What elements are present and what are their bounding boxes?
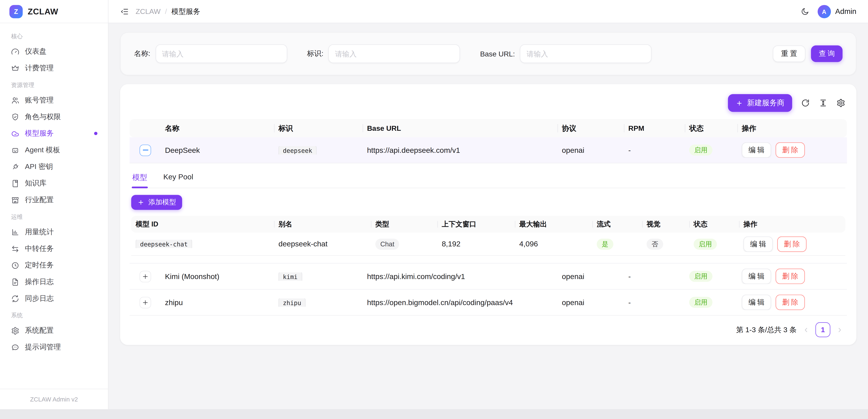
row-density-button[interactable]: [819, 99, 828, 108]
sidebar-item-prompt-management[interactable]: 提示词管理: [5, 339, 102, 356]
sidebar-item-relay-tasks[interactable]: 中转任务: [5, 240, 102, 257]
sidebar-item-usage-stats[interactable]: 用量统计: [5, 223, 102, 240]
delete-button[interactable]: 删除: [775, 295, 805, 310]
refresh-button[interactable]: [801, 99, 810, 108]
transfer-icon: [11, 244, 20, 253]
edit-button[interactable]: 编辑: [742, 269, 771, 284]
app-root: Z ZCLAW 核心 仪表盘 计费管理 资源管理 账号管理 角色与权限: [0, 0, 868, 409]
provider-slug-tag: zhipu: [278, 298, 306, 306]
filter-group-slug: 标识:: [307, 44, 460, 63]
sidebar-item-scheduled-tasks[interactable]: 定时任务: [5, 257, 102, 274]
sidebar-item-label: 系统配置: [25, 326, 54, 335]
stream-badge: 是: [597, 238, 614, 249]
search-button[interactable]: 查询: [811, 45, 843, 62]
breadcrumb-separator: /: [165, 7, 167, 16]
edit-button[interactable]: 编辑: [742, 142, 771, 158]
sidebar-item-system-config[interactable]: 系统配置: [5, 322, 102, 339]
clock-icon: [11, 261, 20, 269]
cell-rpm: -: [624, 272, 685, 280]
pagination: 第 1-3 条/总共 3 条 1: [129, 316, 847, 339]
name-filter-input[interactable]: [155, 44, 287, 63]
sidebar-item-label: API 密钥: [25, 162, 53, 172]
table-toolbar: 新建服务商: [129, 91, 847, 112]
cell-provider-name: Kimi (Moonshot): [161, 272, 274, 280]
theme-toggle-button[interactable]: [800, 7, 809, 16]
add-model-label: 添加模型: [148, 198, 176, 207]
sidebar-item-label: 中转任务: [25, 244, 54, 253]
plus-icon: [142, 273, 148, 279]
breadcrumb: ZCLAW / 模型服务: [135, 6, 200, 16]
sidebar-item-api-keys[interactable]: API 密钥: [5, 158, 102, 175]
base-url-filter-input[interactable]: [520, 44, 652, 63]
delete-button[interactable]: 删除: [775, 142, 805, 158]
table-row-deepseek: DeepSeek deepseek https://api.deepseek.c…: [129, 137, 847, 163]
prev-page-button[interactable]: [802, 326, 810, 334]
table-settings-button[interactable]: [836, 99, 845, 108]
sidebar-item-dashboard[interactable]: 仪表盘: [5, 43, 102, 60]
chevron-left-icon: [802, 326, 810, 334]
sidebar-item-billing[interactable]: 计费管理: [5, 60, 102, 77]
header-cell-status: 状态: [685, 119, 738, 137]
header-cell-alias: 别名: [274, 216, 371, 233]
create-provider-button[interactable]: 新建服务商: [728, 94, 792, 112]
edit-button[interactable]: 编辑: [744, 236, 773, 251]
topbar: ZCLAW / 模型服务 A Admin: [108, 0, 868, 23]
provider-detail-panel: 模型 Key Pool 添加模型 模型 ID 别名 类型: [129, 163, 847, 264]
crown-icon: [11, 64, 20, 72]
tab-models[interactable]: 模型: [132, 170, 148, 188]
collapse-row-button[interactable]: [140, 144, 151, 156]
brand-name: ZCLAW: [28, 7, 58, 16]
header-cell-model-id: 模型 ID: [131, 216, 274, 233]
breadcrumb-root[interactable]: ZCLAW: [135, 7, 161, 16]
sidebar-item-operation-logs[interactable]: 操作日志: [5, 273, 102, 290]
brand-logo: Z ZCLAW: [0, 0, 108, 23]
cell-rpm: -: [624, 298, 685, 306]
page-number-button[interactable]: 1: [815, 322, 830, 337]
sidebar-item-label: 仪表盘: [25, 47, 46, 56]
expand-row-button[interactable]: [140, 297, 151, 308]
providers-table-header: 名称 标识 Base URL 协议 RPM 状态 操作: [129, 119, 847, 137]
plus-icon: [137, 199, 145, 206]
cell-context-window: 8,192: [437, 240, 515, 248]
column-height-icon: [819, 99, 828, 108]
delete-button[interactable]: 删除: [775, 269, 805, 284]
header-cell-expand: [129, 119, 161, 137]
chat-bubble-icon: [11, 343, 20, 351]
cell-provider-name: DeepSeek: [161, 146, 274, 154]
filter-bar: 名称: 标识: Base URL: 重置 查询: [120, 32, 856, 76]
header-cell-context: 上下文窗口: [437, 216, 515, 233]
expand-row-button[interactable]: [140, 271, 151, 282]
sidebar-item-accounts[interactable]: 账号管理: [5, 92, 102, 109]
user-menu[interactable]: A Admin: [817, 5, 856, 18]
users-icon: [11, 96, 20, 104]
tab-key-pool[interactable]: Key Pool: [163, 170, 194, 188]
detail-tabs: 模型 Key Pool: [131, 168, 845, 188]
provider-slug-tag: deepseek: [278, 146, 317, 154]
status-badge: 启用: [694, 238, 717, 249]
next-page-button[interactable]: [836, 326, 844, 334]
sidebar-item-sync-logs[interactable]: 同步日志: [5, 290, 102, 307]
cell-rpm: -: [624, 146, 685, 154]
sidebar-item-model-services[interactable]: 模型服务: [5, 125, 102, 142]
delete-button[interactable]: 删除: [777, 236, 807, 251]
models-table: 模型 ID 别名 类型 上下文窗口 最大输出 流式 视觉 状态 操作: [131, 216, 845, 256]
cell-protocol: openai: [557, 146, 624, 154]
sidebar-item-label: 角色与权限: [25, 112, 61, 122]
slug-filter-input[interactable]: [329, 44, 460, 63]
cell-max-output: 4,096: [515, 240, 592, 248]
filter-actions: 重置 查询: [773, 45, 843, 62]
sidebar-item-industry-config[interactable]: 行业配置: [5, 191, 102, 208]
sidebar-collapse-button[interactable]: [120, 7, 129, 16]
cell-base-url: https://api.deepseek.com/v1: [363, 146, 557, 154]
header-cell-vision: 视觉: [642, 216, 689, 233]
model-id-tag: deepseek-chat: [135, 240, 192, 248]
sidebar-item-knowledge-base[interactable]: 知识库: [5, 175, 102, 192]
header-cell-actions: 操作: [737, 119, 847, 137]
filter-group-base-url: Base URL:: [480, 44, 652, 63]
sidebar-item-label: 操作日志: [25, 277, 54, 287]
add-model-button[interactable]: 添加模型: [131, 195, 182, 210]
sidebar-item-agent-templates[interactable]: Agent 模板: [5, 142, 102, 158]
sidebar-item-roles[interactable]: 角色与权限: [5, 109, 102, 125]
edit-button[interactable]: 编辑: [742, 295, 771, 310]
reset-button[interactable]: 重置: [773, 45, 806, 62]
